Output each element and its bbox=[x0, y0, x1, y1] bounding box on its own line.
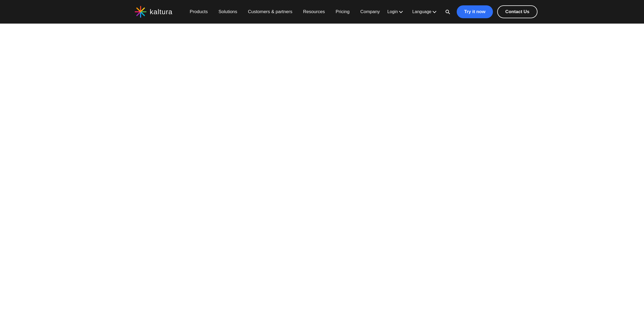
svg-line-5 bbox=[137, 12, 141, 16]
logo[interactable]: kaltura bbox=[134, 5, 173, 18]
search-icon bbox=[445, 9, 450, 15]
nav-item-company[interactable]: Company bbox=[356, 6, 384, 17]
svg-point-8 bbox=[446, 10, 449, 13]
nav-item-solutions[interactable]: Solutions bbox=[214, 6, 241, 17]
login-label: Login bbox=[387, 9, 398, 14]
header-right: Login Language Try it now Contact Us bbox=[384, 5, 537, 18]
language-label: Language bbox=[412, 9, 431, 14]
svg-line-1 bbox=[141, 8, 144, 12]
svg-line-3 bbox=[141, 12, 144, 16]
nav-item-pricing[interactable]: Pricing bbox=[331, 6, 354, 17]
language-chevron-icon bbox=[433, 9, 436, 13]
try-now-button[interactable]: Try it now bbox=[457, 5, 493, 18]
language-button[interactable]: Language bbox=[409, 7, 438, 16]
nav-item-customers-partners[interactable]: Customers & partners bbox=[244, 6, 297, 17]
nav-item-products[interactable]: Products bbox=[185, 6, 212, 17]
logo-text: kaltura bbox=[150, 8, 173, 16]
search-button[interactable] bbox=[443, 7, 452, 17]
nav-item-resources[interactable]: Resources bbox=[299, 6, 329, 17]
login-chevron-icon bbox=[399, 9, 403, 13]
main-nav: Products Solutions Customers & partners … bbox=[185, 6, 384, 17]
svg-line-9 bbox=[448, 13, 450, 14]
main-content bbox=[0, 24, 644, 334]
site-header: kaltura Products Solutions Customers & p… bbox=[0, 0, 644, 24]
svg-line-7 bbox=[137, 8, 141, 12]
login-button[interactable]: Login bbox=[384, 7, 405, 16]
contact-us-button[interactable]: Contact Us bbox=[497, 5, 537, 18]
kaltura-logo-icon bbox=[134, 5, 147, 18]
